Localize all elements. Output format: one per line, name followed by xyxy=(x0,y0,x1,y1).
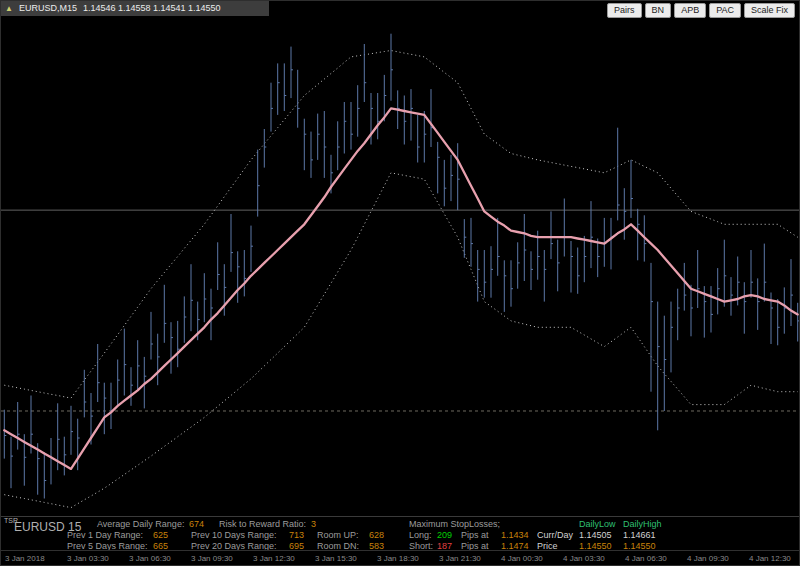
time-axis-label: 4 Jan 12:30 xyxy=(749,554,791,563)
time-axis-label: 3 Jan 09:30 xyxy=(191,554,233,563)
prev-10-days-range-label: Prev 10 Days Range: xyxy=(191,530,277,540)
max-stoplosses-label: Maximum StopLosses; xyxy=(409,519,500,529)
time-axis-label: 3 Jan 18:30 xyxy=(377,554,419,563)
prev-10-days-range-value: 713 xyxy=(289,530,304,540)
long-label: Long: xyxy=(409,530,432,540)
curr-day-label: Curr/Day xyxy=(537,530,573,540)
long-pips-suffix: Pips at xyxy=(461,530,489,540)
long-pips-value: 209 xyxy=(437,530,452,540)
room-up-value: 628 xyxy=(369,530,384,540)
time-axis-label: 3 Jan 21:30 xyxy=(439,554,481,563)
daily-high-header: DailyHigh xyxy=(623,519,662,529)
avg-daily-range-label: Average Daily Range: xyxy=(97,519,184,529)
time-axis-label: 3 Jan 03:30 xyxy=(67,554,109,563)
room-up-label: Room UP: xyxy=(317,530,359,540)
curr-day-high-value: 1.14661 xyxy=(623,530,656,540)
chart-window: ▲ EURUSD,M15 1.14546 1.14558 1.14541 1.1… xyxy=(0,0,800,566)
bn-button[interactable]: BN xyxy=(645,3,672,18)
time-axis-label: 3 Jan 06:30 xyxy=(129,554,171,563)
long-stop-price: 1.1434 xyxy=(501,530,529,540)
time-axis-label: 3 Jan 12:30 xyxy=(253,554,295,563)
prev-1-day-range-value: 625 xyxy=(153,530,168,540)
prev-1-day-range-label: Prev 1 Day Range: xyxy=(67,530,143,540)
time-axis-label: 3 Jan 15:30 xyxy=(315,554,357,563)
avg-daily-range-value: 674 xyxy=(189,519,204,529)
curr-day-low-value: 1.14505 xyxy=(579,530,612,540)
time-axis-label: 4 Jan 00:30 xyxy=(501,554,543,563)
toolbar: Pairs BN APB PAC Scale Fix xyxy=(607,3,795,18)
chart-icon: ▲ xyxy=(5,1,13,16)
chart-title-symbol: EURUSD,M15 xyxy=(19,1,77,16)
risk-reward-label: Risk to Reward Ratio: xyxy=(219,519,306,529)
risk-reward-value: 3 xyxy=(311,519,316,529)
chart-title-quotes: 1.14546 1.14558 1.14541 1.14550 xyxy=(83,1,221,16)
time-axis-label: 4 Jan 06:30 xyxy=(625,554,667,563)
daily-low-header: DailyLow xyxy=(579,519,616,529)
time-axis-label: 4 Jan 03:30 xyxy=(563,554,605,563)
pac-button[interactable]: PAC xyxy=(709,3,741,18)
pairs-button[interactable]: Pairs xyxy=(607,3,642,18)
time-axis-label: 4 Jan 09:30 xyxy=(687,554,729,563)
scale-fix-button[interactable]: Scale Fix xyxy=(744,3,795,18)
chart-title-bar[interactable]: ▲ EURUSD,M15 1.14546 1.14558 1.14541 1.1… xyxy=(1,1,269,16)
indicator-panel: TSR EURUSD 15 Average Daily Range: 674 R… xyxy=(1,516,800,551)
time-axis[interactable]: 3 Jan 20183 Jan 03:303 Jan 06:303 Jan 09… xyxy=(1,550,800,566)
time-axis-label: 3 Jan 2018 xyxy=(5,554,45,563)
apb-button[interactable]: APB xyxy=(674,3,706,18)
price-chart-canvas[interactable] xyxy=(1,1,800,566)
